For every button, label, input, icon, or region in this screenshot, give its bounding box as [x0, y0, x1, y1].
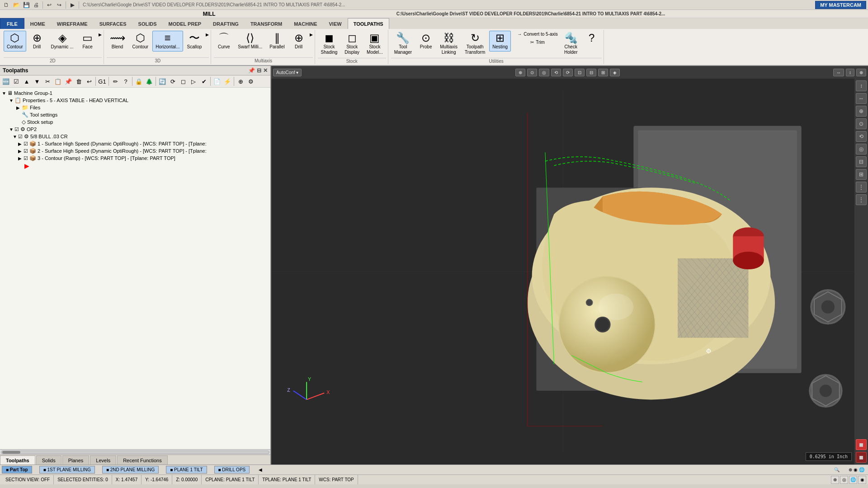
planes-expand[interactable]: ◀: [259, 467, 262, 472]
tp-highfeed-button[interactable]: ⚡: [222, 76, 232, 86]
print-button[interactable]: 🖨: [32, 1, 41, 9]
toolpaths-scrollbar[interactable]: [0, 449, 270, 455]
vp-btn-10[interactable]: ↔: [833, 69, 844, 76]
tab-wireframe[interactable]: WIREFRAME: [51, 18, 94, 29]
tp-g1-button[interactable]: G1: [97, 76, 107, 86]
tab-toolpaths-bottom[interactable]: Toolpaths: [0, 455, 35, 465]
tp-regen-button[interactable]: 🔄: [157, 76, 167, 86]
status-btn-1[interactable]: ⊕: [831, 476, 839, 484]
tab-toolpaths[interactable]: TOOLPATHS: [348, 18, 389, 29]
drill-multiaxis-button[interactable]: ⊕ Drill: [289, 31, 309, 52]
tab-surfaces[interactable]: SURFACES: [94, 18, 132, 29]
tree-op2a[interactable]: ▶ ☑ 📦 2 - Surface High Speed (Dynamic Op…: [2, 147, 269, 155]
vp-btn-5[interactable]: ⟳: [563, 69, 573, 76]
redo-button[interactable]: ↪: [55, 1, 64, 9]
stock-shading-button[interactable]: ◼ StockShading: [318, 31, 341, 57]
swarf-button[interactable]: ⟨⟩ Swarf Milli...: [235, 31, 265, 52]
check-holder-button[interactable]: 🔩 CheckHolder: [561, 31, 581, 57]
vp-btn-8[interactable]: ⊞: [598, 69, 608, 76]
undo-button[interactable]: ↩: [45, 1, 54, 9]
tab-drafting[interactable]: DRAFTING: [207, 18, 245, 29]
tab-recent-functions[interactable]: Recent Functions: [117, 455, 168, 465]
tp-help-button[interactable]: ?: [121, 76, 131, 86]
rs-btn-red-2[interactable]: ◼: [856, 452, 867, 463]
properties-toggle[interactable]: ▼: [9, 98, 14, 103]
rs-btn-1[interactable]: ↕: [856, 80, 867, 91]
tree-op3[interactable]: ▶ ☑ 📦 3 - Contour (Ramp) - [WCS: PART TO…: [2, 155, 269, 162]
play-icon[interactable]: ▶: [24, 162, 29, 169]
rs-btn-10[interactable]: ⋮: [856, 194, 867, 205]
tp-verify-button[interactable]: ✔: [199, 76, 209, 86]
tp-edit-button[interactable]: ✏: [110, 76, 120, 86]
plane-drill-ops[interactable]: ■ DRILL OPS: [214, 466, 250, 474]
vp-btn-2[interactable]: ⊙: [527, 69, 537, 76]
rs-btn-2[interactable]: ↔: [856, 93, 867, 104]
status-btn-4[interactable]: ◉: [858, 476, 866, 484]
scrollbar-thumb[interactable]: [2, 451, 20, 454]
tp-pin-button[interactable]: 📌: [248, 67, 255, 74]
tool-manager-button[interactable]: 🔧 ToolManager: [391, 31, 415, 57]
plane-part-top[interactable]: ■ Part Top: [2, 466, 32, 474]
tp-lock-button[interactable]: 🔒: [134, 76, 144, 86]
tp-copy-button[interactable]: 📋: [53, 76, 63, 86]
tree-files[interactable]: ▶ 📁 Files: [2, 104, 269, 111]
op2a-toggle[interactable]: ▶: [18, 149, 23, 154]
bull-toggle[interactable]: ▼: [13, 134, 17, 139]
contour-2d-button[interactable]: ⬡ Contour: [4, 31, 26, 52]
blend-button[interactable]: ⟿ Blend: [107, 31, 128, 52]
rs-btn-6[interactable]: ◎: [856, 144, 867, 155]
tp-select-all-button[interactable]: ☑: [11, 76, 21, 86]
tree-stock-setup[interactable]: ▶ ◇ Stock setup: [2, 118, 269, 126]
status-btn-3[interactable]: 🌐: [849, 476, 857, 484]
tp-move-up-button[interactable]: ▲: [22, 76, 32, 86]
status-btn-2[interactable]: ◎: [840, 476, 848, 484]
plane-2nd-milling[interactable]: ■ 2ND PLANE MILLING: [102, 466, 159, 474]
probe-button[interactable]: ⊙ Probe: [416, 31, 436, 52]
op2a-check[interactable]: ☑: [24, 148, 28, 154]
tp-undo-button[interactable]: ↩: [84, 76, 94, 86]
tab-home[interactable]: HOME: [24, 18, 51, 29]
curve-button[interactable]: ⌒ Curve: [214, 31, 234, 52]
3d-group-expand[interactable]: ▸: [206, 31, 209, 38]
tree-bull[interactable]: ▼ ☑ ⚙ 5/8 BULL .03 CR: [2, 133, 269, 140]
rs-btn-8[interactable]: ⊞: [856, 169, 867, 180]
new-button[interactable]: 🗋: [2, 1, 11, 9]
bull-check[interactable]: ☑: [18, 134, 23, 140]
multiaxis-linking-button[interactable]: ⛓ MultiaxisLinking: [437, 31, 461, 57]
dynamic-button[interactable]: ◈ Dynamic ...: [48, 31, 77, 52]
tp-cut-button[interactable]: ✂: [42, 76, 52, 86]
op3-toggle[interactable]: ▶: [18, 156, 23, 161]
tp-toolpath-display-button[interactable]: ◻: [178, 76, 188, 86]
rs-btn-red-1[interactable]: ◼: [856, 439, 867, 450]
files-toggle[interactable]: ▶: [16, 105, 21, 110]
op2-toggle[interactable]: ▼: [9, 127, 14, 132]
tab-levels[interactable]: Levels: [90, 455, 116, 465]
drill-button[interactable]: ⊕ Drill: [27, 31, 47, 52]
plane-1st-milling[interactable]: ■ 1ST PLANE MILLING: [39, 466, 95, 474]
tp-close-button[interactable]: ✕: [263, 67, 268, 74]
vp-btn-11[interactable]: ↕: [846, 69, 854, 76]
tab-solids[interactable]: SOLIDS: [132, 18, 163, 29]
tp-new-button[interactable]: 🆕: [1, 76, 11, 86]
autoconf-button[interactable]: AutoConf ▾: [273, 69, 302, 76]
op3-check[interactable]: ☑: [24, 155, 28, 161]
rs-btn-9[interactable]: ⋮: [856, 182, 867, 192]
tree-op2[interactable]: ▼ ☑ ⚙ OP2: [2, 126, 269, 133]
tp-extra-button[interactable]: ⊕: [236, 76, 245, 86]
tab-view[interactable]: VIEW: [323, 18, 348, 29]
stock-model-button[interactable]: ▣ StockModel...: [363, 31, 386, 57]
rs-btn-3[interactable]: ⊕: [856, 106, 867, 117]
contour-3d-button[interactable]: ⬡ Contour: [129, 31, 152, 52]
tp-regen-all-button[interactable]: ⟳: [168, 76, 178, 86]
tp-post-button[interactable]: 📄: [212, 76, 222, 86]
tp-settings-button[interactable]: ⚙: [246, 76, 256, 86]
vp-btn-12[interactable]: ⊕: [856, 69, 866, 76]
plane-1-tilt[interactable]: ■ PLANE 1 TILT: [166, 466, 207, 474]
vp-btn-3[interactable]: ◎: [539, 69, 549, 76]
tree-machine-group[interactable]: ▼ 🖥 Machine Group-1: [2, 89, 269, 97]
rs-btn-7[interactable]: ⊟: [856, 156, 867, 167]
vp-btn-6[interactable]: ⊡: [575, 69, 585, 76]
tab-planes[interactable]: Planes: [62, 455, 90, 465]
scene-area[interactable]: X Y Z: [271, 79, 854, 465]
run-button[interactable]: ▶: [68, 1, 77, 9]
